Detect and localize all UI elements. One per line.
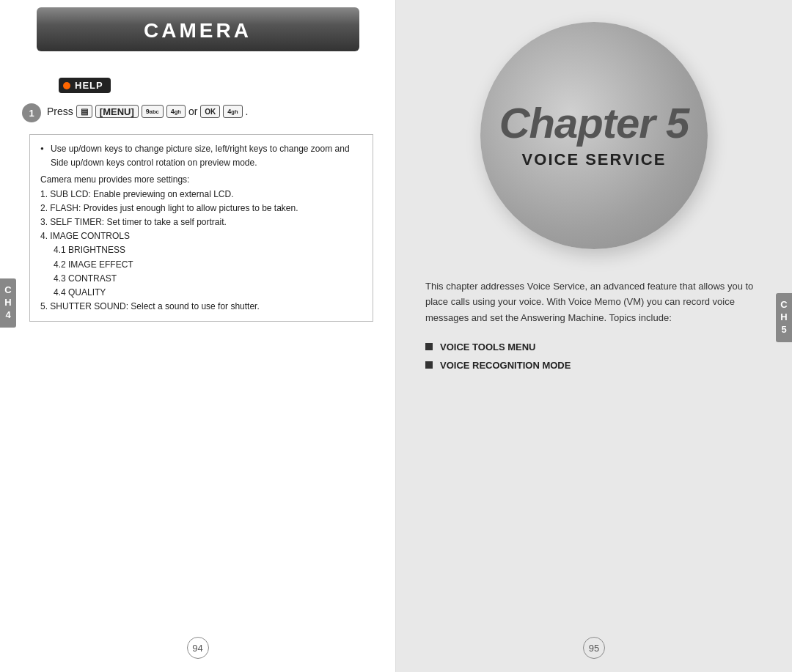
chapter-text: Chapter 5 [499, 102, 689, 144]
camera-key-icon: ▤ [76, 105, 92, 118]
key-9abc: 9abc [142, 105, 164, 118]
bullet-voice-tools: VOICE TOOLS MENU [425, 341, 763, 352]
key-ok: OK [200, 105, 220, 118]
info-box: Use up/down keys to change picture size,… [29, 134, 373, 322]
help-badge: HELP [59, 78, 111, 93]
info-contrast: 4.3 CONTRAST [54, 272, 362, 286]
info-brightness: 4.1 BRIGHTNESS [54, 243, 362, 257]
info-selftimer: 3. SELF TIMER: Set timer to take a self … [40, 215, 362, 229]
key-4gh: 4gh [166, 105, 186, 118]
right-description: This chapter addresses Voice Service, an… [425, 278, 763, 325]
info-quality: 4.4 QUALITY [54, 286, 362, 300]
page-number-left: 94 [192, 643, 202, 654]
info-sublcd: 1. SUB LCD: Enable previewing on externa… [40, 188, 362, 202]
info-flash: 2. FLASH: Provides just enough light to … [40, 202, 362, 215]
left-page: CAMERA HELP 1 Press ▤ [MENU] 9abc 4gh or… [0, 0, 396, 672]
bullet-label-1: VOICE TOOLS MENU [440, 341, 536, 352]
press-label: Press [47, 106, 73, 117]
info-item-1: Use up/down keys to change picture size,… [40, 142, 362, 170]
page-num-right: 95 [583, 637, 605, 659]
info-imagecontrols: 4. IMAGE CONTROLS [40, 229, 362, 243]
step-1-text: Press ▤ [MENU] 9abc 4gh or OK 4gh . [47, 103, 248, 118]
step-1-row: 1 Press ▤ [MENU] 9abc 4gh or OK 4gh . [22, 103, 395, 122]
ch-tab-left: CH4 [0, 278, 16, 328]
bullet-square-icon-1 [425, 343, 433, 350]
info-shutter: 5. SHUTTER SOUND: Select a sound to use … [40, 300, 362, 314]
page-num-left: 94 [187, 637, 209, 659]
period-label: . [246, 106, 249, 117]
info-list: Use up/down keys to change picture size,… [40, 142, 362, 170]
bullet-label-2: VOICE RECOGNITION MODE [440, 360, 571, 371]
page-number-right: 95 [589, 643, 599, 654]
step-1-circle: 1 [22, 103, 41, 122]
menu-label: [MENU] [95, 105, 139, 118]
ch-tab-right: CH5 [776, 293, 792, 342]
right-content: This chapter addresses Voice Service, an… [425, 278, 763, 378]
chapter-circle: Chapter 5 VOICE SERVICE [480, 22, 708, 249]
step-1-number: 1 [29, 108, 34, 119]
or-label: or [188, 106, 197, 117]
camera-header: CAMERA [37, 7, 359, 51]
info-imageeffect: 4.2 IMAGE EFFECT [54, 258, 362, 272]
bullet-voice-recognition: VOICE RECOGNITION MODE [425, 360, 763, 371]
help-dot-icon [63, 82, 70, 89]
help-label: HELP [75, 80, 103, 91]
key-4gh-2: 4gh [223, 105, 242, 118]
bullet-square-icon-2 [425, 361, 433, 369]
camera-title: CAMERA [144, 19, 252, 42]
voice-service-label: VOICE SERVICE [522, 150, 667, 169]
right-page: Chapter 5 VOICE SERVICE This chapter add… [396, 0, 792, 672]
info-camera-menu: Camera menu provides more settings: [40, 173, 362, 187]
